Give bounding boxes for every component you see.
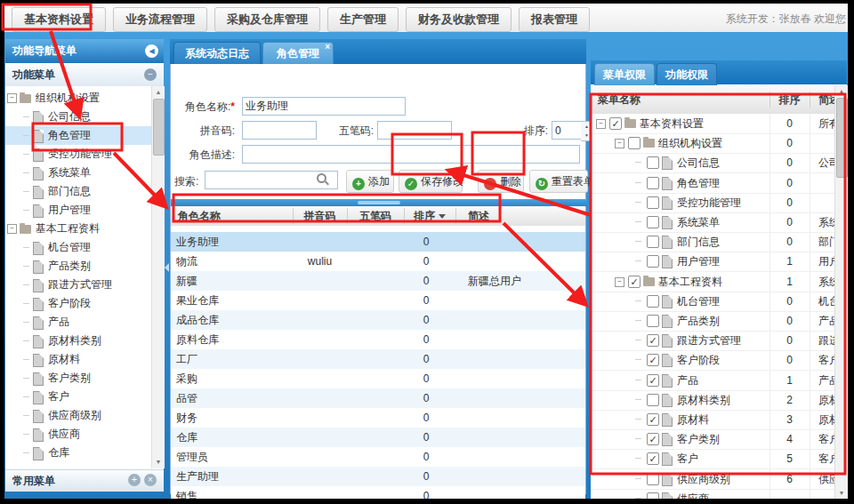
sidebar-item-产品类别[interactable]: 产品类别 (5, 257, 151, 276)
table-row-生产助理[interactable]: 生产助理0 (171, 467, 585, 486)
sidebar-scrollbar[interactable]: ▲ ▼ (151, 86, 165, 468)
sidebar-item-组织机构设置[interactable]: −组织机构设置 (5, 89, 151, 108)
permission-row-产品类别[interactable]: 产品类别0产品类 (591, 311, 847, 332)
permission-row-跟进方式管理[interactable]: ✓跟进方式管理0跟进方 (591, 331, 847, 351)
col-sort[interactable]: 排序 (404, 206, 455, 226)
permission-row-供应商[interactable]: 供应商 (591, 489, 847, 499)
checkbox-checked[interactable]: ✓ (647, 413, 659, 426)
permission-row-原材料类别[interactable]: 原材料类别2原材料 (591, 390, 847, 411)
sidebar-item-部门信息[interactable]: 部门信息 (5, 182, 151, 201)
table-row-销售[interactable]: 销售0 (171, 486, 585, 499)
sidebar-item-系统菜单[interactable]: 系统菜单 (5, 164, 151, 182)
expand-collapse-icon[interactable]: − (7, 93, 17, 103)
checkbox-unchecked[interactable] (647, 394, 659, 406)
checkbox-unchecked[interactable] (628, 137, 640, 149)
permission-row-原材料[interactable]: ✓原材料3原材料 (591, 410, 847, 430)
scroll-down-icon[interactable]: ▼ (152, 456, 165, 468)
sidebar-item-产品[interactable]: 产品 (5, 313, 151, 332)
sidebar-item-原材料类别[interactable]: 原材料类别 (5, 332, 151, 350)
menu-button-业务流程管理[interactable]: 业务流程管理 (113, 7, 207, 32)
menu-button-采购及仓库管理[interactable]: 采购及仓库管理 (214, 7, 320, 32)
tab-menu-permission[interactable]: 菜单权限 (594, 63, 655, 86)
permission-row-系统菜单[interactable]: 系统菜单0系统菜 (591, 212, 847, 233)
table-row-果业仓库[interactable]: 果业仓库0 (171, 291, 585, 310)
scroll-up-icon[interactable]: ▲ (835, 85, 848, 97)
expand-collapse-icon[interactable]: − (7, 224, 17, 234)
sidebar-item-用户管理[interactable]: 用户管理 (5, 201, 151, 220)
permission-scrollbar[interactable]: ▲ ▼ (834, 85, 848, 499)
checkbox-unchecked[interactable] (647, 255, 659, 268)
delete-button[interactable]: −删除 (478, 170, 524, 193)
collapse-left-icon[interactable]: ◀ (145, 44, 158, 58)
checkbox-checked[interactable]: ✓ (647, 433, 659, 445)
col-menu-sort[interactable]: 排序 (769, 85, 810, 114)
tab-function-permission[interactable]: 功能权限 (657, 63, 717, 86)
col-desc[interactable]: 简述 (468, 206, 489, 226)
horizontal-splitter[interactable] (171, 199, 587, 206)
table-row-管理员[interactable]: 管理员0 (171, 447, 585, 467)
table-row-物流[interactable]: 物流wuliu0 (171, 252, 585, 271)
tab-role-management[interactable]: 角色管理 × (262, 42, 334, 65)
checkbox-unchecked[interactable] (647, 196, 659, 209)
checkbox-checked[interactable]: ✓ (647, 452, 659, 465)
save-button[interactable]: ✓保存修改 (399, 170, 463, 193)
checkbox-unchecked[interactable] (647, 236, 659, 248)
permission-row-组织机构设置[interactable]: −组织机构设置0 (591, 133, 847, 154)
expand-collapse-icon[interactable]: − (615, 139, 624, 148)
scroll-up-icon[interactable]: ▲ (152, 86, 165, 98)
permission-row-受控功能管理[interactable]: 受控功能管理0 (591, 193, 847, 213)
checkbox-checked[interactable]: ✓ (647, 374, 659, 387)
close-circle-icon[interactable]: × (144, 474, 157, 486)
checkbox-unchecked[interactable] (647, 156, 659, 169)
sidebar-item-供应商级别[interactable]: 供应商级别 (5, 406, 151, 425)
sidebar-item-客户类别[interactable]: 客户类别 (5, 369, 151, 388)
permission-row-产品[interactable]: ✓产品1产品管 (591, 371, 847, 391)
permission-row-用户管理[interactable]: 用户管理1用户及 (591, 252, 847, 272)
sidebar-item-机台管理[interactable]: 机台管理 (5, 238, 151, 257)
permission-row-供应商级别[interactable]: 供应商级别6供应商 (591, 469, 847, 490)
plus-circle-icon[interactable]: + (128, 474, 141, 486)
table-row-工厂[interactable]: 工厂0 (171, 349, 585, 369)
scrollbar-thumb[interactable] (836, 98, 848, 178)
splitter-handle[interactable] (358, 201, 400, 204)
splitter-collapse-icon[interactable] (165, 263, 169, 272)
sidebar-item-仓库[interactable]: 仓库 (5, 444, 151, 462)
permission-row-公司信息[interactable]: 公司信息0公司信 (591, 153, 847, 173)
checkbox-checked[interactable]: ✓ (628, 276, 640, 288)
sidebar-item-客户阶段[interactable]: 客户阶段 (5, 294, 151, 313)
tab-system-log[interactable]: 系统动态日志 (173, 42, 261, 65)
sidebar-item-跟进方式管理[interactable]: 跟进方式管理 (5, 276, 151, 294)
close-tab-icon[interactable]: × (325, 43, 330, 52)
table-row-成品仓库[interactable]: 成品仓库0 (171, 310, 585, 330)
table-row-采购[interactable]: 采购0 (171, 369, 585, 388)
permission-row-客户类别[interactable]: ✓客户类别4客户类 (591, 429, 847, 450)
permission-row-角色管理[interactable]: 角色管理0 (591, 173, 847, 194)
menu-button-生产管理[interactable]: 生产管理 (327, 7, 399, 32)
permission-row-客户阶段[interactable]: ✓客户阶段0客户阶 (591, 350, 847, 371)
sidebar-item-受控功能管理[interactable]: 受控功能管理 (5, 145, 151, 164)
menu-button-报表管理[interactable]: 报表管理 (519, 7, 590, 32)
checkbox-checked[interactable]: ✓ (609, 117, 622, 130)
sidebar-section-header[interactable]: 功能菜单 (5, 63, 164, 87)
checkbox-checked[interactable]: ✓ (647, 354, 659, 366)
col-role-name[interactable]: 角色名称 (178, 206, 221, 226)
sidebar-item-角色管理[interactable]: 角色管理 (5, 126, 151, 145)
checkbox-checked[interactable]: ✓ (647, 334, 659, 347)
checkbox-unchecked[interactable] (647, 492, 659, 499)
table-row-财务[interactable]: 财务0 (171, 408, 585, 428)
table-row-仓库[interactable]: 仓库0 (171, 428, 585, 447)
checkbox-unchecked[interactable] (647, 473, 659, 485)
wubi-input[interactable] (377, 121, 452, 140)
col-pinyin[interactable]: 拼音码 (293, 206, 347, 226)
role-name-input[interactable] (242, 97, 406, 116)
permission-row-客户[interactable]: ✓客户5客户管 (591, 449, 847, 469)
sidebar-item-基本工程资料[interactable]: −基本工程资料 (5, 220, 151, 238)
role-desc-input[interactable] (242, 145, 580, 164)
sort-input[interactable] (552, 121, 584, 140)
permission-row-部门信息[interactable]: 部门信息0部门信 (591, 232, 847, 252)
col-menu-name[interactable]: 菜单名称 (598, 85, 640, 114)
checkbox-unchecked[interactable] (647, 295, 659, 308)
scrollbar-thumb[interactable] (153, 99, 165, 156)
pinyin-input[interactable] (242, 121, 317, 140)
sidebar-item-公司信息[interactable]: 公司信息 (5, 108, 151, 126)
